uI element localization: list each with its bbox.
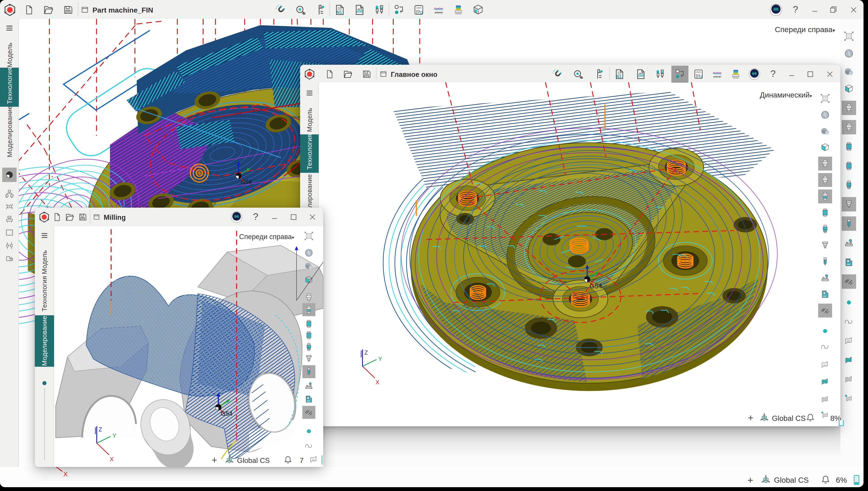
svg-text:G54: G54	[221, 410, 232, 417]
svg-text:00: 00	[752, 72, 757, 76]
svg-text:Y: Y	[113, 432, 116, 439]
svg-text:Y: Y	[378, 355, 382, 362]
svg-text:Z: Z	[98, 426, 102, 433]
svg-text:X: X	[63, 470, 68, 478]
svg-text:00: 00	[234, 214, 239, 219]
svg-text:G54: G54	[241, 178, 252, 185]
svg-text:00: 00	[774, 7, 778, 12]
svg-text:X: X	[110, 456, 114, 462]
svg-text:X: X	[375, 379, 379, 385]
svg-text:G54: G54	[589, 282, 602, 290]
svg-text:Z: Z	[364, 349, 368, 356]
